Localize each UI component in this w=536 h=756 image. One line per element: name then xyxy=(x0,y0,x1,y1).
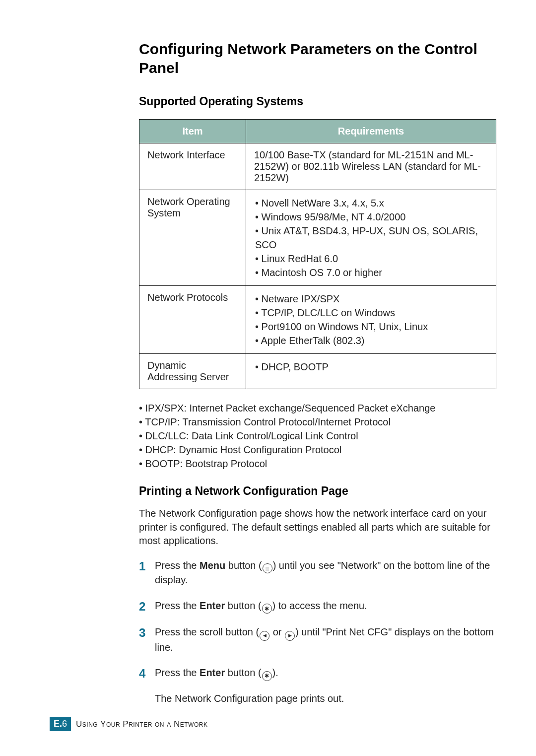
list-item: Windows 95/98/Me, NT 4.0/2000 xyxy=(255,210,488,224)
step-bold: Enter xyxy=(200,600,225,611)
list-item: Unix AT&T, BSD4.3, HP-UX, SUN OS, SOLARI… xyxy=(255,224,488,252)
list-item: DHCP, BOOTP xyxy=(255,360,488,374)
list-item: Apple EtherTalk (802.3) xyxy=(255,334,488,347)
step-item: 3 Press the scroll button ( or ) until "… xyxy=(139,625,496,654)
table-cell-req: DHCP, BOOTP xyxy=(246,354,496,389)
document-page: Configuring Network Parameters on the Co… xyxy=(0,0,536,756)
step-text: button ( xyxy=(225,667,261,678)
footer-badge: E.6 xyxy=(50,717,71,731)
table-cell-item: Network Protocols xyxy=(139,286,246,354)
step-bold: Enter xyxy=(200,667,225,678)
section-heading-print-config: Printing a Network Configuration Page xyxy=(139,484,496,498)
step-text: ). xyxy=(272,667,278,678)
step-text: Press the xyxy=(155,560,200,571)
table-row: Network Interface 10/100 Base-TX (standa… xyxy=(139,143,496,190)
table-cell-item: Network Interface xyxy=(139,143,246,190)
list-item: TCP/IP, DLC/LLC on Windows xyxy=(255,306,488,320)
table-cell-req: Netware IPX/SPX TCP/IP, DLC/LLC on Windo… xyxy=(246,286,496,354)
list-item: TCP/IP: Transmission Control Protocol/In… xyxy=(139,415,496,429)
section-heading-supported-os: Supported Operating Systems xyxy=(139,95,496,108)
enter-icon xyxy=(262,604,272,614)
list-item: Novell NetWare 3.x, 4.x, 5.x xyxy=(255,196,488,210)
list-item: DHCP: Dynamic Host Configuration Protoco… xyxy=(139,443,496,457)
table-cell-req: 10/100 Base-TX (standard for ML-2151N an… xyxy=(246,143,496,190)
table-row: Network Operating System Novell NetWare … xyxy=(139,190,496,286)
list-item: Macintosh OS 7.0 or higher xyxy=(255,266,488,279)
list-item: BOOTP: Bootstrap Protocol xyxy=(139,457,496,471)
table-header-requirements: Requirements xyxy=(246,120,496,143)
steps-list: 1 Press the Menu button () until you see… xyxy=(139,559,496,706)
step-number: 2 xyxy=(139,598,145,615)
step-number: 1 xyxy=(139,558,145,574)
table-cell-req: Novell NetWare 3.x, 4.x, 5.x Windows 95/… xyxy=(246,190,496,286)
page-title: Configuring Network Parameters on the Co… xyxy=(139,40,496,77)
step-bold: Menu xyxy=(200,560,225,571)
footer-text: Using Your Printer on a Network xyxy=(76,719,207,729)
step-text: Press the xyxy=(155,667,200,678)
step-text: button ( xyxy=(225,600,261,611)
step-text: Press the xyxy=(155,600,200,611)
page-footer: E.6 Using Your Printer on a Network xyxy=(50,717,207,731)
table-cell-item: Dynamic Addressing Server xyxy=(139,354,246,389)
req-list: DHCP, BOOTP xyxy=(254,360,488,374)
step-text: ) to access the menu. xyxy=(272,600,367,611)
enter-icon xyxy=(262,671,272,681)
step-text: or xyxy=(270,626,284,637)
scroll-right-icon xyxy=(285,631,295,641)
list-item: Netware IPX/SPX xyxy=(255,292,488,306)
step-item: 4 Press the Enter button (). The Network… xyxy=(139,666,496,705)
footer-page-number: 6 xyxy=(62,719,67,729)
table-cell-item: Network Operating System xyxy=(139,190,246,286)
table-row: Network Protocols Netware IPX/SPX TCP/IP… xyxy=(139,286,496,354)
step-item: 1 Press the Menu button () until you see… xyxy=(139,559,496,587)
scroll-left-icon xyxy=(260,631,269,641)
step-number: 3 xyxy=(139,624,145,641)
definitions-list: IPX/SPX: Internet Packet exchange/Sequen… xyxy=(139,401,496,471)
step-text: Press the scroll button ( xyxy=(155,626,259,637)
step-subtext: The Network Configuration page prints ou… xyxy=(155,692,496,706)
step-item: 2 Press the Enter button () to access th… xyxy=(139,599,496,614)
intro-paragraph: The Network Configuration page shows how… xyxy=(139,507,496,548)
table-row: Dynamic Addressing Server DHCP, BOOTP xyxy=(139,354,496,389)
table-header-item: Item xyxy=(139,120,246,143)
list-item: Linux RedHat 6.0 xyxy=(255,252,488,266)
footer-section-letter: E. xyxy=(54,719,62,729)
step-text: button ( xyxy=(225,560,262,571)
list-item: DLC/LLC: Data Link Control/Logical Link … xyxy=(139,429,496,443)
req-list: Netware IPX/SPX TCP/IP, DLC/LLC on Windo… xyxy=(254,292,488,347)
step-number: 4 xyxy=(139,665,145,682)
requirements-table: Item Requirements Network Interface 10/1… xyxy=(139,119,496,389)
menu-icon xyxy=(263,563,272,573)
list-item: Port9100 on Windows NT, Unix, Linux xyxy=(255,320,488,334)
list-item: IPX/SPX: Internet Packet exchange/Sequen… xyxy=(139,401,496,415)
req-list: Novell NetWare 3.x, 4.x, 5.x Windows 95/… xyxy=(254,196,488,279)
